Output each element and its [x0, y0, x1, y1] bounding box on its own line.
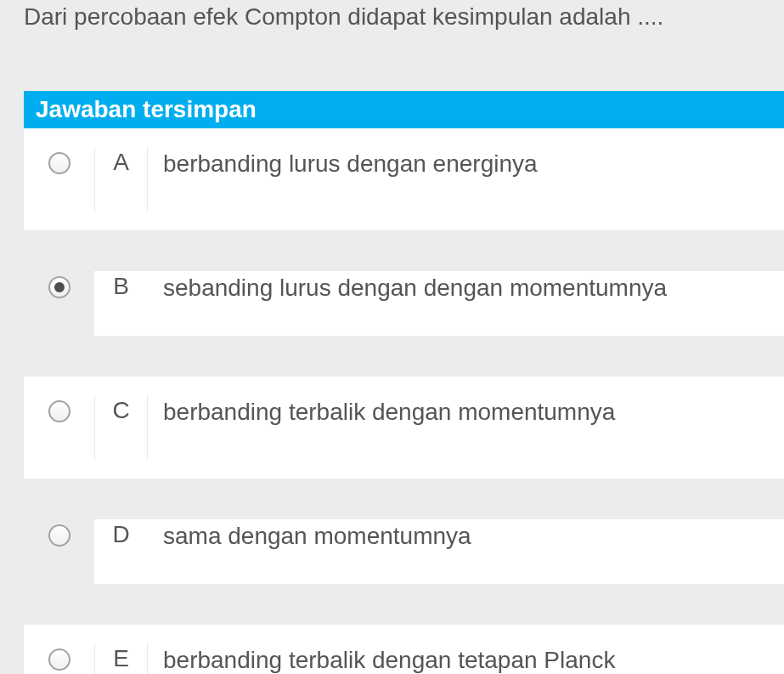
option-text: berbanding terbalik dengan momentumnya	[148, 395, 784, 460]
option-letter: B	[95, 271, 148, 336]
option-text: berbanding lurus dengan energinya	[148, 147, 784, 212]
radio-button-b[interactable]	[48, 276, 71, 298]
radio-cell	[24, 643, 95, 674]
radio-button-e[interactable]	[48, 649, 71, 671]
question-text: Dari percobaan efek Compton didapat kesi…	[0, 0, 784, 57]
radio-button-c[interactable]	[48, 400, 71, 422]
option-letter: C	[95, 395, 148, 460]
option-text: sebanding lurus dengan dengan momentumny…	[148, 271, 784, 336]
option-text: berbanding terbalik dengan tetapan Planc…	[148, 643, 784, 674]
answers-container: Jawaban tersimpan A berbanding lurus den…	[24, 91, 784, 674]
radio-button-a[interactable]	[48, 152, 71, 174]
radio-cell	[24, 147, 95, 212]
answer-saved-header: Jawaban tersimpan	[24, 91, 784, 128]
option-letter: E	[95, 643, 148, 674]
answer-option-e[interactable]: E berbanding terbalik dengan tetapan Pla…	[24, 625, 784, 674]
option-letter: D	[95, 519, 148, 584]
radio-cell	[24, 519, 95, 584]
radio-cell	[24, 271, 95, 336]
answer-option-c[interactable]: C berbanding terbalik dengan momentumnya	[24, 377, 784, 479]
option-letter: A	[95, 147, 148, 212]
radio-button-d[interactable]	[48, 524, 71, 547]
answer-option-d[interactable]: D sama dengan momentumnya	[24, 501, 784, 603]
option-text: sama dengan momentumnya	[148, 519, 784, 584]
answer-option-b[interactable]: B sebanding lurus dengan dengan momentum…	[24, 252, 784, 354]
radio-cell	[24, 395, 95, 460]
answer-option-a[interactable]: A berbanding lurus dengan energinya	[24, 128, 784, 230]
